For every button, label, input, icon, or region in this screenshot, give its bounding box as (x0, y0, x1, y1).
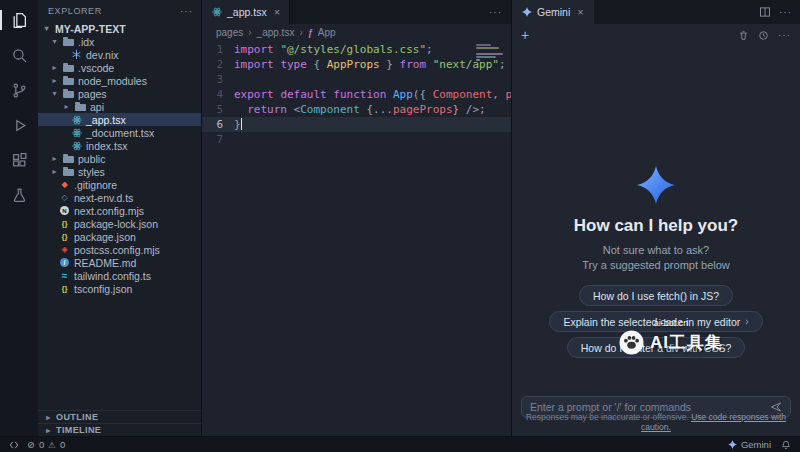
tree-item-package-lock[interactable]: package-lock.json (38, 217, 201, 230)
explorer-more-icon[interactable]: ··· (180, 6, 193, 17)
chat-area: How can I help you? Not sure what to ask… (512, 46, 800, 436)
outline-section[interactable]: ▸OUTLINE (38, 410, 201, 423)
git-icon (59, 180, 70, 190)
tree-item-postcss[interactable]: postcss.config.mjs (38, 243, 201, 256)
tab-gemini[interactable]: Gemini × (512, 0, 594, 24)
tree-item-devnix[interactable]: dev.nix (38, 48, 201, 61)
nextjs-icon (59, 206, 70, 216)
breadcrumb[interactable]: pages›_app.tsx›ƒApp (202, 24, 511, 41)
warning-count: 0 (60, 439, 65, 450)
chat-more-icon[interactable]: ··· (778, 30, 791, 41)
folder-icon (63, 65, 74, 72)
tree-item-document-tsx[interactable]: _document.tsx (38, 126, 201, 139)
tree-item-app-tsx[interactable]: _app.tsx (38, 113, 201, 126)
gemini-logo-icon (637, 166, 675, 204)
folder-icon (75, 104, 86, 111)
gemini-status-item[interactable]: Gemini (728, 439, 771, 450)
tree-item-index-tsx[interactable]: index.tsx (38, 139, 201, 152)
editor-more-actions-icon[interactable]: ··· (489, 7, 511, 18)
tree-item-next-config[interactable]: next.config.mjs (38, 204, 201, 217)
code-line: } (234, 117, 511, 132)
chevron-down-icon: ▾ (50, 89, 59, 98)
tab-app-tsx[interactable]: _app.tsx × (202, 0, 290, 24)
trash-icon[interactable] (738, 30, 749, 41)
close-icon[interactable]: × (577, 6, 583, 18)
tree-item-public[interactable]: ▸public (38, 152, 201, 165)
tree-item-root[interactable]: ▾MY-APP-TEXT (38, 22, 201, 35)
folder-icon (63, 169, 74, 176)
labs-icon[interactable] (9, 185, 29, 205)
chevron-right-icon: ▸ (50, 167, 59, 176)
text-cursor (241, 118, 242, 130)
tree-item-gitignore[interactable]: .gitignore (38, 178, 201, 191)
tree-item-pages[interactable]: ▾pages (38, 87, 201, 100)
close-icon[interactable]: × (274, 6, 280, 18)
explorer-title: EXPLORER (48, 6, 102, 16)
code-line: import type { AppProps } from "next/app"… (234, 57, 511, 72)
react-icon (211, 7, 222, 17)
current-line: 6} (202, 117, 511, 132)
code-line: export default function App({ Component,… (234, 87, 511, 102)
problems-indicator[interactable]: ⊘ 0 ⚠ 0 (27, 439, 65, 450)
status-bar: ⊘ 0 ⚠ 0 Gemini (0, 436, 800, 452)
folder-icon (63, 156, 74, 163)
extensions-icon[interactable] (9, 150, 29, 170)
search-icon[interactable] (9, 45, 29, 65)
warning-icon: ⚠ (48, 440, 56, 450)
explorer-icon[interactable] (9, 10, 29, 30)
main-window: EXPLORER ··· ▾MY-APP-TEXT ▾.idx dev.nix … (0, 0, 800, 436)
breadcrumb-separator: › (248, 27, 251, 38)
tree-item-next-env[interactable]: next-env.d.ts (38, 191, 201, 204)
code-line: import "@/styles/globals.css"; (234, 42, 511, 57)
tree-item-readme[interactable]: README.md (38, 256, 201, 269)
json-icon (59, 232, 70, 242)
run-debug-icon[interactable] (9, 115, 29, 135)
prompt-chip-center-div[interactable]: How do I center a div with CSS? (567, 337, 746, 358)
symbol-function-icon: ƒ (308, 28, 313, 38)
react-icon (71, 115, 82, 125)
postcss-icon (59, 245, 70, 255)
chevron-right-icon: ▸ (44, 413, 53, 422)
gemini-star-icon (522, 7, 532, 17)
tailwind-icon (59, 271, 70, 281)
readme-info-icon (59, 258, 70, 268)
explorer-sidebar: EXPLORER ··· ▾MY-APP-TEXT ▾.idx dev.nix … (38, 0, 202, 436)
tree-item-tsconfig[interactable]: tsconfig.json (38, 282, 201, 295)
nix-icon (71, 50, 82, 60)
json-icon (59, 284, 70, 294)
tree-item-styles[interactable]: ▸styles (38, 165, 201, 178)
code-line (234, 72, 511, 87)
tree-item-tailwind[interactable]: tailwind.config.ts (38, 269, 201, 282)
editor-area: _app.tsx × ··· pages›_app.tsx›ƒApp 1impo… (202, 0, 512, 436)
history-icon[interactable] (758, 30, 769, 41)
tree-item-node-modules[interactable]: ▸node_modules (38, 74, 201, 87)
prompt-chip-fetch[interactable]: How do I use fetch() in JS? (579, 285, 733, 306)
remote-indicator[interactable] (9, 440, 19, 450)
prompt-chip-explain[interactable]: Explain the selected code in my editor› (549, 311, 762, 332)
greeting-heading: How can I help you? (574, 216, 738, 236)
split-editor-icon[interactable] (759, 6, 771, 18)
chevron-down-icon: ▾ (50, 37, 59, 46)
error-count: 0 (39, 439, 44, 450)
source-control-icon[interactable] (9, 80, 29, 100)
greeting-subtitle: Not sure what to ask?Try a suggested pro… (582, 243, 730, 273)
panel-more-icon[interactable]: ··· (779, 7, 792, 18)
error-icon: ⊘ (27, 439, 35, 450)
notifications-bell-icon[interactable] (781, 440, 791, 450)
tree-item-vscode[interactable]: ▸.vscode (38, 61, 201, 74)
chevron-down-icon: ▾ (42, 24, 51, 33)
react-icon (71, 128, 82, 138)
typescript-icon (59, 193, 70, 203)
timeline-section[interactable]: ▸TIMELINE (38, 423, 201, 436)
new-chat-icon[interactable]: + (521, 28, 529, 42)
file-tree: ▾MY-APP-TEXT ▾.idx dev.nix ▸.vscode ▸nod… (38, 22, 201, 295)
tree-item-idx[interactable]: ▾.idx (38, 35, 201, 48)
minimap[interactable] (476, 44, 506, 62)
chevron-right-icon: ▸ (50, 76, 59, 85)
editor-tab-bar: _app.tsx × ··· (202, 0, 511, 24)
code-editor[interactable]: 1import "@/styles/globals.css"; 2import … (202, 41, 511, 436)
tree-item-package-json[interactable]: package.json (38, 230, 201, 243)
gemini-panel: Gemini × ··· + ··· (512, 0, 800, 436)
tree-item-api[interactable]: ▸api (38, 100, 201, 113)
gemini-star-icon (728, 440, 737, 449)
